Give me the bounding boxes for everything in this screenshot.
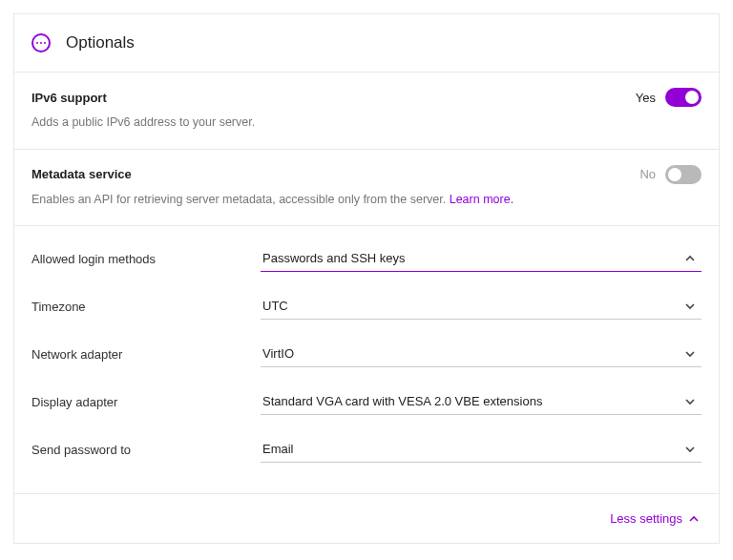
ipv6-label: IPv6 support (31, 91, 107, 105)
send-password-label: Send password to (31, 443, 241, 463)
send-password-row: Send password to Email (31, 426, 702, 474)
ipv6-desc: Adds a public IPv6 address to your serve… (31, 114, 702, 132)
timezone-label: Timezone (31, 300, 241, 320)
metadata-state-text: No (639, 167, 656, 181)
display-adapter-label: Display adapter (31, 395, 241, 415)
login-methods-value: Passwords and SSH keys (262, 251, 406, 265)
metadata-desc-text: Enables an API for retrieving server met… (31, 193, 450, 206)
optionals-panel: Optionals IPv6 support Yes Adds a public… (13, 13, 720, 544)
metadata-label: Metadata service (31, 167, 132, 181)
panel-footer: Less settings (14, 494, 719, 543)
panel-title: Optionals (66, 33, 135, 52)
ipv6-toggle-group: Yes (636, 88, 702, 107)
display-adapter-value: Standard VGA card with VESA 2.0 VBE exte… (262, 394, 542, 408)
display-adapter-row: Display adapter Standard VGA card with V… (31, 379, 702, 426)
ipv6-state-text: Yes (636, 91, 656, 105)
chevron-down-icon (684, 396, 696, 407)
ipv6-top: IPv6 support Yes (31, 88, 702, 107)
metadata-learn-more-link[interactable]: Learn more. (450, 193, 513, 206)
chevron-down-icon (684, 444, 696, 455)
timezone-value: UTC (262, 299, 288, 313)
less-settings-label: Less settings (610, 511, 682, 526)
send-password-value: Email (262, 442, 294, 456)
timezone-row: Timezone UTC (31, 283, 702, 331)
ipv6-row: IPv6 support Yes Adds a public IPv6 addr… (14, 73, 719, 150)
network-adapter-row: Network adapter VirtIO (31, 331, 702, 379)
send-password-select[interactable]: Email (261, 438, 702, 463)
login-methods-select[interactable]: Passwords and SSH keys (261, 247, 702, 272)
login-methods-row: Allowed login methods Passwords and SSH … (31, 236, 702, 283)
chevron-up-icon (684, 253, 696, 264)
metadata-top: Metadata service No (31, 165, 702, 184)
display-adapter-select[interactable]: Standard VGA card with VESA 2.0 VBE exte… (261, 390, 702, 415)
ipv6-toggle[interactable] (665, 88, 702, 107)
ellipsis-circle-icon (31, 33, 51, 52)
timezone-select[interactable]: UTC (261, 295, 702, 320)
metadata-toggle-group: No (639, 165, 702, 184)
chevron-down-icon (684, 301, 696, 312)
network-adapter-select[interactable]: VirtIO (261, 342, 702, 367)
network-adapter-label: Network adapter (31, 347, 241, 367)
selects-section: Allowed login methods Passwords and SSH … (14, 226, 719, 494)
metadata-row: Metadata service No Enables an API for r… (14, 150, 719, 227)
panel-header: Optionals (14, 14, 719, 73)
network-adapter-value: VirtIO (262, 346, 294, 361)
login-methods-label: Allowed login methods (31, 252, 241, 272)
chevron-down-icon (684, 348, 696, 360)
metadata-toggle[interactable] (665, 165, 702, 184)
metadata-desc: Enables an API for retrieving server met… (31, 192, 702, 209)
chevron-up-icon (688, 513, 700, 525)
less-settings-button[interactable]: Less settings (610, 511, 700, 526)
